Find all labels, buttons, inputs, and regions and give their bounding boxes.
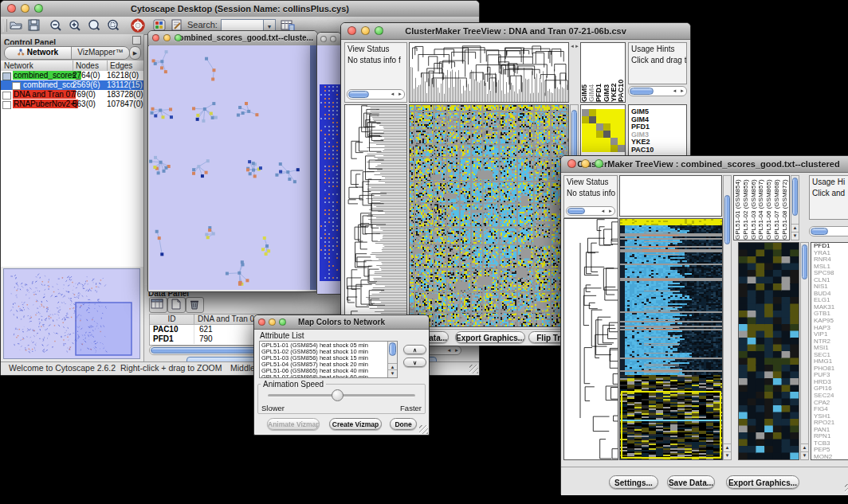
network-edges: 16218(0) [107,71,139,80]
scrollbar-arrows[interactable]: ◄ ► [446,347,460,354]
row-dendrogram[interactable] [344,104,407,327]
column-header-network[interactable]: Network [4,61,33,71]
zoom-window-button[interactable] [175,34,182,41]
matrix-cell [610,123,618,131]
network-table-row[interactable]: combined_scores_2764(0)16218(0) [1,71,143,80]
matrix-cell [582,109,589,116]
dialog-title-bar[interactable]: Map Colors to Network [254,315,429,330]
network-name: DNA and Tran 07 [13,90,76,99]
float-panel-icon[interactable] [132,36,141,45]
zoom-selected-icon[interactable] [106,18,120,36]
array-labels-scrollbar[interactable]: ▲ ▼ [791,175,799,240]
network-view-window-2 [316,32,342,295]
matrix-cell [603,109,610,116]
column-dendrogram[interactable] [619,175,722,217]
tab-vizmapper[interactable]: VizMapper™ [72,47,129,59]
attribute-item[interactable]: GPL51-07 (GSM868) heat shock 60 min [261,374,397,378]
move-up-button[interactable]: ∧ [403,345,426,354]
treeview-combined-title-bar[interactable]: ClusterMaker TreeView : combined_scores_… [561,156,848,173]
minimize-button[interactable] [269,318,276,326]
zoom-heatmap-canvas[interactable] [738,242,799,460]
zoom-out-icon[interactable] [49,18,63,36]
close-button[interactable] [258,318,265,326]
create-attribute-icon[interactable] [167,297,186,313]
export-graphics----button[interactable]: Export Graphics... [726,475,799,489]
zoom-window-button[interactable] [375,26,383,35]
tab-overflow-button[interactable]: ▶ [129,46,141,60]
move-down-button[interactable]: ∨ [403,357,426,367]
minimize-button[interactable] [581,159,590,168]
network-table-row[interactable]: DNA and Tran 07769(0)183728(0) [1,90,143,100]
heatmap-canvas[interactable] [409,104,569,327]
birdseye-view[interactable] [3,268,140,359]
minimize-button[interactable] [361,26,370,35]
zoom-in-icon[interactable] [68,18,82,36]
close-button[interactable] [567,159,576,168]
treeview-dna-title-bar[interactable]: ClusterMaker TreeView : DNA and Tran 07-… [341,23,690,40]
column-dendrogram[interactable] [409,42,569,103]
matrix-cell [603,138,610,145]
matrix-cell [603,131,610,138]
minimize-button[interactable] [163,34,171,41]
usage-hints-text: Click and drag tc [629,54,686,65]
save-session-icon[interactable] [27,18,41,35]
matrix-cell [582,131,589,138]
network-list-empty-area [1,111,143,267]
settings----button[interactable]: Settings... [609,475,658,489]
pane-arrows-icon[interactable]: ◄► [570,44,579,49]
gene-list-panel: PFD1YRA1RNR4MSL1SPC98CLN1NIS1BUD4ELG1MAK… [811,242,848,460]
network-graph-canvas[interactable] [149,45,316,290]
view-status-scrollbar[interactable]: ◄ ► [566,206,615,216]
column-header-edges[interactable]: Edges [107,61,132,71]
usage-hints-scrollbar[interactable]: ◄ ► [628,86,687,96]
gene-label[interactable]: PAC10 [631,147,686,154]
help-lifesaver-icon[interactable] [131,18,145,36]
gene-label[interactable]: MON2 [814,454,848,460]
heatmap-canvas[interactable] [619,218,723,460]
row-dendrogram[interactable] [563,218,618,460]
tab-network[interactable]: Network [5,47,72,59]
heatmap-vscrollbar[interactable]: ▲ ▼ [723,175,732,460]
dense-cluster-canvas[interactable] [320,84,341,281]
save-data----button[interactable]: Save Data... [667,475,715,489]
open-session-icon[interactable] [9,18,23,35]
close-button[interactable] [347,26,356,35]
export-graphics----button[interactable]: Export Graphics... [455,331,525,343]
create-vizmap-button[interactable]: Create Vizmap [329,418,382,430]
dialog-resize-grip[interactable] [419,425,428,434]
column-labels-panel: GIM5GIM4PFD1GIM3YKE2PAC10 [580,42,626,103]
usage-hints-scrollbar[interactable] [809,226,848,236]
window-resize-grip[interactable] [469,365,478,373]
close-button[interactable] [7,4,16,13]
close-button[interactable] [152,34,159,41]
minimize-button[interactable] [330,36,336,42]
column-label: YKE2 [610,45,618,102]
data-column-id[interactable]: ID [150,315,194,324]
column-header-nodes[interactable]: Nodes [73,61,99,71]
minimize-button[interactable] [21,4,29,13]
network-table-row[interactable]: RNAPuberNov2+|563(0)107847(0) [1,100,143,109]
view-status-scrollbar[interactable]: ◄ ► [347,89,405,100]
zoom-heatmap-vscrollbar[interactable]: ▲ ▼ [800,242,809,460]
array-label: GPL51-04 (GSM857) [757,178,765,240]
zoom-window-button[interactable] [34,4,43,13]
window-resize-grip[interactable] [845,484,848,493]
zoom-window-button[interactable] [595,159,603,168]
matrix-cell [582,138,589,145]
done-button[interactable]: Done [390,418,417,430]
zoom-window-button[interactable] [279,318,286,326]
select-attributes-icon[interactable] [149,297,167,313]
main-title-bar[interactable]: Cytoscape Desktop (Session Name: collins… [1,1,479,18]
network-name: RNAPuberNov2+| [13,100,78,108]
network-table-row[interactable]: combined_sco2569(6)13112(15) [1,80,143,90]
delete-attribute-icon[interactable] [186,297,204,313]
network2-title-bar[interactable] [317,33,341,46]
attribute-list-scrollbar[interactable]: ▲ ▼ [387,342,397,377]
network-window-title-bar[interactable]: combined_scores_good.txt--cluste... [148,31,317,46]
close-button[interactable] [320,36,327,42]
zoom-fit-icon[interactable] [87,18,101,36]
matrix-cell [603,123,610,131]
map-colors-dialog: Map Colors to Network Attribute List GPL… [253,315,430,436]
control-panel: Control Panel Network VizMapper™ ▶ Netwo… [1,34,144,362]
speed-slider-thumb[interactable] [332,389,344,401]
